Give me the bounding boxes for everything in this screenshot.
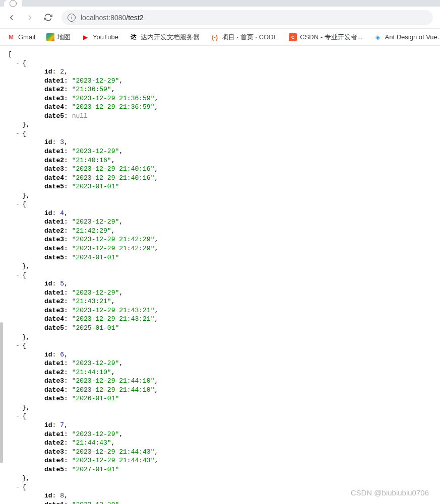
forward-button[interactable] bbox=[25, 13, 34, 22]
json-property: date2: "21:44:10", bbox=[8, 368, 432, 377]
site-info-icon[interactable]: i bbox=[68, 14, 76, 22]
bookmark-danei[interactable]: 达达内开发文档服务器 bbox=[130, 33, 200, 42]
json-property: date2: "21:40:16", bbox=[8, 156, 432, 165]
toolbar: i localhost:8080/test2 bbox=[0, 7, 440, 29]
csdn-icon: C bbox=[289, 33, 297, 41]
scrollbar-track[interactable] bbox=[0, 322, 3, 463]
json-property: date3: "2023-12-29 21:44:10", bbox=[8, 377, 432, 386]
collapse-toggle[interactable]: - bbox=[15, 59, 20, 68]
collapse-toggle[interactable]: - bbox=[15, 483, 20, 492]
json-property: date2: "21:43:21", bbox=[8, 297, 432, 306]
bookmark-label: YouTube bbox=[93, 33, 118, 41]
bookmark-label: Gmail bbox=[18, 33, 35, 41]
json-property: date3: "2023-12-29 21:42:29", bbox=[8, 235, 432, 244]
json-property: date2: "21:36:59", bbox=[8, 85, 432, 94]
json-property: date1: "2023-12-29", bbox=[8, 430, 432, 439]
gmail-icon: M bbox=[7, 33, 15, 41]
json-property: date3: "2023-12-29 21:44:43", bbox=[8, 448, 432, 457]
json-property: date4: "2023-12-29 21:43:21", bbox=[8, 315, 432, 324]
json-property: date1: "2023-12-29", bbox=[8, 500, 432, 504]
json-property: date5: "2023-01-01" bbox=[8, 182, 432, 191]
json-property: date1: "2023-12-29", bbox=[8, 289, 432, 298]
da-icon: 达 bbox=[130, 33, 138, 41]
json-property: id: 5, bbox=[8, 279, 432, 289]
collapse-toggle[interactable]: - bbox=[15, 271, 20, 280]
json-property: date1: "2023-12-29", bbox=[8, 147, 432, 156]
json-property: date3: "2023-12-29 21:40:16", bbox=[8, 165, 432, 174]
json-property: date4: "2023-12-29 21:36:59", bbox=[8, 103, 432, 112]
json-property: date3: "2023-12-29 21:43:21", bbox=[8, 306, 432, 315]
json-property: date4: "2023-12-29 21:42:29", bbox=[8, 244, 432, 253]
json-property: date5: "2025-01-01" bbox=[8, 324, 432, 333]
back-button[interactable] bbox=[7, 13, 16, 22]
json-content: [-{id: 2,date1: "2023-12-29",date2: "21:… bbox=[0, 46, 440, 504]
ant-icon: ◈ bbox=[374, 33, 382, 41]
bookmark-youtube[interactable]: ▶YouTube bbox=[82, 33, 118, 41]
json-property: date3: "2023-12-29 21:36:59", bbox=[8, 94, 432, 103]
collapse-toggle[interactable]: - bbox=[15, 341, 20, 350]
maps-icon bbox=[46, 33, 54, 41]
json-property: date1: "2023-12-29", bbox=[8, 218, 432, 227]
json-property: date1: "2023-12-29", bbox=[8, 77, 432, 86]
collapse-toggle[interactable]: - bbox=[15, 200, 20, 209]
bookmark-maps[interactable]: 地图 bbox=[46, 33, 71, 42]
json-property: date2: "21:42:29", bbox=[8, 227, 432, 236]
bookmark-code[interactable]: (-)项目 · 首页 · CODE bbox=[211, 33, 278, 42]
code-icon: (-) bbox=[211, 33, 219, 41]
bookmark-antd[interactable]: ◈Ant Design of Vue... bbox=[374, 33, 440, 41]
json-property: date4: "2023-12-29 21:40:16", bbox=[8, 174, 432, 183]
json-property: date5: "2024-01-01" bbox=[8, 253, 432, 262]
tab-bar bbox=[0, 0, 440, 7]
bookmark-label: 达内开发文档服务器 bbox=[141, 33, 200, 42]
collapse-toggle[interactable]: - bbox=[15, 412, 20, 421]
json-property: id: 2, bbox=[8, 67, 432, 77]
bookmark-label: 项目 · 首页 · CODE bbox=[222, 33, 278, 42]
json-property: id: 3, bbox=[8, 138, 432, 147]
json-property: id: 4, bbox=[8, 209, 432, 218]
browser-chrome: i localhost:8080/test2 MGmail 地图 ▶YouTub… bbox=[0, 0, 440, 46]
globe-icon bbox=[10, 0, 17, 7]
bookmark-gmail[interactable]: MGmail bbox=[7, 33, 35, 41]
json-property: date5: "2027-01-01" bbox=[8, 465, 432, 474]
json-property: date4: "2023-12-29 21:44:43", bbox=[8, 456, 432, 465]
bookmark-label: 地图 bbox=[57, 33, 71, 42]
watermark-text: CSDN @biubiubiu0706 bbox=[351, 488, 429, 497]
json-property: date1: "2023-12-29", bbox=[8, 359, 432, 368]
active-tab[interactable] bbox=[4, 0, 22, 7]
json-property: date5: "2026-01-01" bbox=[8, 394, 432, 403]
bookmark-label: Ant Design of Vue... bbox=[385, 33, 440, 41]
json-property: date4: "2023-12-29 21:44:10", bbox=[8, 386, 432, 395]
url-bar[interactable]: i localhost:8080/test2 bbox=[61, 10, 433, 25]
json-property: id: 7, bbox=[8, 421, 432, 430]
bookmark-csdn[interactable]: CCSDN - 专业开发者... bbox=[289, 33, 362, 42]
json-property: id: 6, bbox=[8, 350, 432, 359]
bookmark-label: CSDN - 专业开发者... bbox=[300, 33, 362, 42]
json-property: date5: null bbox=[8, 112, 432, 121]
youtube-icon: ▶ bbox=[82, 33, 90, 41]
collapse-toggle[interactable]: - bbox=[15, 129, 20, 138]
url-text: localhost:8080/test2 bbox=[81, 14, 144, 22]
json-property: date2: "21:44:43", bbox=[8, 439, 432, 448]
reload-button[interactable] bbox=[43, 13, 52, 22]
bookmarks-bar: MGmail 地图 ▶YouTube 达达内开发文档服务器 (-)项目 · 首页… bbox=[0, 29, 440, 46]
